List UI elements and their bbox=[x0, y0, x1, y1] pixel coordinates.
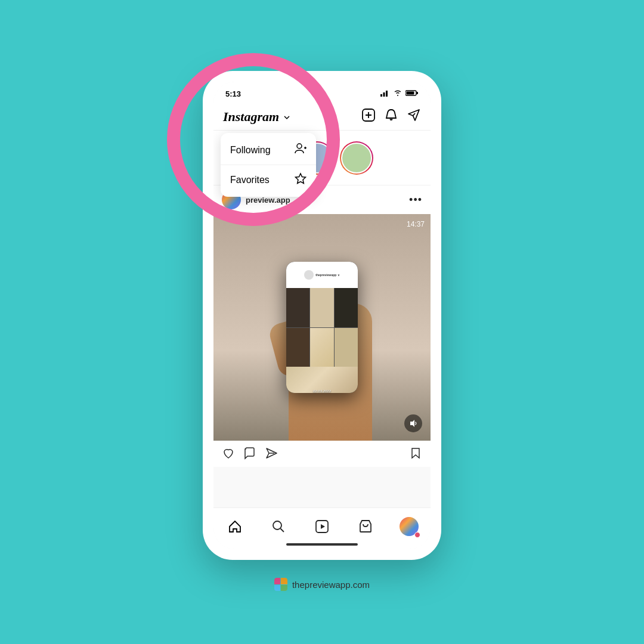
brand-icon-q2 bbox=[281, 578, 287, 584]
phone-wrapper: 5:13 bbox=[203, 71, 441, 572]
mini-header-dot bbox=[304, 270, 314, 280]
video-content-area: thepreviewapp ∨ bbox=[213, 214, 431, 441]
post-actions bbox=[213, 441, 431, 467]
status-time: 5:13 bbox=[225, 89, 241, 98]
svg-rect-0 bbox=[380, 94, 382, 97]
feed-dropdown-menu: Following Favorites bbox=[221, 133, 316, 197]
status-icons bbox=[380, 89, 419, 98]
phone-mockup: 5:13 bbox=[203, 71, 441, 560]
brand-icon-q1 bbox=[274, 578, 281, 584]
nav-home[interactable] bbox=[223, 515, 247, 538]
wedding-date-text: 02.03.2022 bbox=[313, 389, 331, 393]
post-actions-left bbox=[222, 447, 278, 463]
wedding-cell-5 bbox=[310, 328, 333, 367]
video-timestamp: 14:37 bbox=[407, 220, 425, 228]
nav-search[interactable] bbox=[267, 515, 290, 538]
wedding-photo-grid bbox=[286, 288, 358, 367]
nav-reels[interactable] bbox=[310, 515, 334, 538]
svg-rect-5 bbox=[417, 92, 419, 94]
ig-header: Instagram bbox=[213, 103, 431, 131]
battery-icon bbox=[405, 89, 419, 98]
small-phone-held: thepreviewapp ∨ bbox=[286, 262, 358, 393]
wedding-cell-4 bbox=[286, 328, 309, 367]
following-label: Following bbox=[230, 145, 271, 156]
svg-marker-14 bbox=[410, 420, 414, 427]
wedding-cell-1 bbox=[286, 288, 309, 327]
save-button[interactable] bbox=[409, 447, 422, 463]
ig-header-actions bbox=[361, 108, 421, 125]
svg-rect-6 bbox=[407, 92, 414, 95]
bottom-branding: thepreviewapp.com bbox=[274, 578, 370, 591]
story-avatar-3 bbox=[340, 141, 373, 175]
svg-line-10 bbox=[413, 113, 416, 116]
svg-point-3 bbox=[397, 95, 398, 96]
story-item-3[interactable] bbox=[340, 141, 373, 175]
svg-rect-2 bbox=[386, 91, 388, 97]
svg-point-16 bbox=[273, 521, 281, 530]
svg-line-17 bbox=[281, 528, 284, 532]
share-button[interactable] bbox=[265, 447, 278, 463]
wedding-cell-2 bbox=[310, 288, 333, 327]
svg-marker-19 bbox=[321, 524, 325, 529]
brand-icon-q3 bbox=[274, 585, 281, 592]
following-icon bbox=[295, 143, 306, 157]
wedding-cell-3 bbox=[335, 288, 358, 327]
dropdown-following-item[interactable]: Following bbox=[221, 135, 316, 165]
brand-website: thepreviewapp.com bbox=[292, 580, 370, 590]
ig-logo[interactable]: Instagram bbox=[223, 109, 290, 125]
ig-logo-text: Instagram bbox=[223, 109, 279, 125]
post-video: thepreviewapp ∨ bbox=[213, 214, 431, 441]
mini-header-text: thepreviewapp ∨ bbox=[315, 273, 339, 277]
svg-point-11 bbox=[297, 144, 302, 148]
nav-shop[interactable] bbox=[354, 515, 377, 538]
svg-rect-1 bbox=[383, 92, 385, 97]
profile-avatar bbox=[400, 517, 419, 536]
favorites-label: Favorites bbox=[230, 175, 270, 185]
dropdown-favorites-item[interactable]: Favorites bbox=[221, 165, 316, 194]
add-post-icon[interactable] bbox=[361, 108, 376, 125]
phone-inner: 5:13 bbox=[213, 82, 431, 549]
favorites-icon bbox=[295, 172, 306, 187]
notifications-icon[interactable] bbox=[384, 108, 398, 125]
nav-profile[interactable] bbox=[397, 515, 421, 538]
mini-app-header: thepreviewapp ∨ bbox=[286, 262, 358, 288]
small-phone-screen: 02.03.2022 bbox=[286, 288, 358, 393]
status-bar: 5:13 bbox=[213, 82, 431, 103]
page-container: 5:13 bbox=[0, 0, 644, 644]
sound-button[interactable] bbox=[404, 414, 422, 432]
like-button[interactable] bbox=[222, 447, 235, 463]
home-indicator bbox=[286, 543, 358, 546]
brand-icon-q4 bbox=[281, 585, 287, 592]
post-more-button[interactable]: ••• bbox=[409, 194, 422, 206]
comment-button[interactable] bbox=[243, 447, 256, 463]
direct-messages-icon[interactable] bbox=[407, 108, 421, 125]
wedding-cell-6 bbox=[335, 328, 358, 367]
signal-icon bbox=[380, 89, 390, 98]
brand-logo bbox=[274, 578, 287, 591]
wifi-icon bbox=[393, 89, 402, 98]
